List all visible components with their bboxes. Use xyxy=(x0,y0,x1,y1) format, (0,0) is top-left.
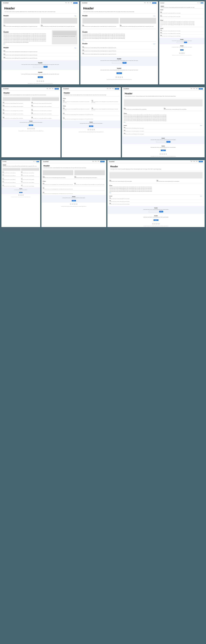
social-in-5[interactable]: in xyxy=(92,129,93,130)
nav-link-20[interactable]: Nav xyxy=(92,161,94,162)
social-in-4[interactable]: in xyxy=(32,128,33,129)
social-yt-6[interactable]: y xyxy=(166,154,167,154)
social-in-6[interactable]: in xyxy=(164,154,165,154)
section-link-2[interactable]: Next → xyxy=(75,48,77,48)
nav-link-24[interactable]: Nav xyxy=(193,161,195,162)
cta-btn-4[interactable]: Button xyxy=(29,124,33,126)
cta-btn-8[interactable]: Button xyxy=(72,200,76,201)
cta-btn-5[interactable]: Button xyxy=(89,126,93,127)
social-tw-9[interactable]: t xyxy=(154,223,155,224)
nav-link-8[interactable]: Nav xyxy=(199,2,200,4)
search-btn-5[interactable]: Search xyxy=(159,211,163,212)
nav-link-19[interactable]: Nav xyxy=(35,161,36,162)
search-btn-1[interactable]: Search xyxy=(44,66,48,68)
nav-link-13[interactable]: Nav xyxy=(110,88,111,90)
nav-link-3[interactable]: Nav xyxy=(71,2,72,4)
footer-cta-btn-2[interactable]: Button xyxy=(116,72,122,74)
article-link-1[interactable]: Next → xyxy=(82,40,156,40)
social-tw-4[interactable]: t xyxy=(30,128,31,129)
social-tw-2[interactable]: t xyxy=(118,76,119,78)
nav-link-5[interactable]: Nav xyxy=(147,2,148,4)
social-fb-8[interactable]: f xyxy=(70,204,71,204)
social-tw-5[interactable]: t xyxy=(90,129,91,130)
search-btn-3[interactable]: Search xyxy=(184,42,187,43)
social-in-2[interactable]: in xyxy=(120,76,121,78)
nav-link-12[interactable]: Nav xyxy=(107,88,108,90)
search-input-4[interactable] xyxy=(156,141,166,143)
social-yt-1[interactable]: y xyxy=(43,80,44,82)
nav-link-21[interactable]: Nav xyxy=(95,161,97,162)
social-in-8[interactable]: in xyxy=(74,204,75,204)
nav-link-14[interactable]: Nav xyxy=(112,88,114,90)
social-yt-3[interactable]: y xyxy=(184,53,184,54)
social-fb-5[interactable]: f xyxy=(88,129,89,130)
nav-btn-8[interactable]: Button xyxy=(100,161,104,162)
search-input-2[interactable] xyxy=(112,62,122,64)
nav-btn-9[interactable]: Button xyxy=(199,161,203,162)
nav-link-22[interactable]: Nav xyxy=(98,161,99,162)
social-yt-7[interactable]: y xyxy=(23,195,24,196)
nav-link-25[interactable]: Nav xyxy=(196,161,197,162)
social-fb-9[interactable]: f xyxy=(152,223,153,224)
social-tw-8[interactable]: t xyxy=(72,204,73,204)
nav-link-23[interactable]: Nav xyxy=(191,161,192,162)
social-tw-6[interactable]: t xyxy=(162,154,163,154)
social-fb-2[interactable]: f xyxy=(116,76,117,78)
nav-link-1[interactable]: Nav xyxy=(65,2,67,4)
search-btn-2[interactable]: Search xyxy=(122,62,126,64)
social-fb-3[interactable]: f xyxy=(179,53,180,54)
social-tw-7[interactable]: t xyxy=(20,195,21,196)
long-art-link-1[interactable]: Next → xyxy=(109,192,202,193)
social-fb-7[interactable]: f xyxy=(18,195,19,196)
nav-link-16[interactable]: Nav xyxy=(193,88,195,90)
footer-cta-btn-4[interactable]: Button xyxy=(161,150,166,151)
section-link-3[interactable]: Next → xyxy=(153,16,156,16)
nav-btn-5[interactable]: Button xyxy=(115,88,119,90)
section-link-1[interactable]: Next → xyxy=(75,16,77,16)
stacked-link-3[interactable]: Next → xyxy=(200,196,202,196)
nav-link-18[interactable]: Nav xyxy=(33,161,34,162)
social-fb-1[interactable]: f xyxy=(37,80,38,82)
social-yt-8[interactable]: y xyxy=(76,204,77,204)
long-article-link-1[interactable]: Next → xyxy=(124,122,202,123)
nav-btn-6[interactable]: Button xyxy=(199,88,203,90)
nav-btn-2[interactable]: Button xyxy=(152,2,156,4)
nav-link-7[interactable]: Nav xyxy=(197,2,198,4)
footer-cta-btn-3[interactable]: Button xyxy=(180,49,184,50)
footer-cta-btn-5[interactable]: Button xyxy=(153,220,158,221)
social-in-1[interactable]: in xyxy=(41,80,42,82)
social-in-3[interactable]: in xyxy=(182,53,183,54)
nav-link-2[interactable]: Nav xyxy=(68,2,70,4)
stacked-link-2[interactable]: Next → xyxy=(200,125,202,126)
nav-link-11[interactable]: Nav xyxy=(52,88,54,90)
nav-link-17[interactable]: Nav xyxy=(196,88,197,90)
nav-link-4[interactable]: Nav xyxy=(144,2,146,4)
search-input-5[interactable] xyxy=(149,211,159,212)
social-fb-6[interactable]: f xyxy=(160,154,161,154)
social-tw-3[interactable]: t xyxy=(181,53,182,54)
nav-btn-4[interactable]: Button xyxy=(55,88,59,90)
social-fb-4[interactable]: f xyxy=(28,128,29,129)
article-link-2[interactable]: Next → xyxy=(160,26,203,26)
search-btn-4[interactable]: Search xyxy=(166,141,170,143)
section-link-4[interactable]: Next → xyxy=(153,44,156,44)
nav-btn-3[interactable]: Button xyxy=(200,2,203,4)
nav-link-6[interactable]: Nav xyxy=(149,2,151,4)
social-yt-9[interactable]: y xyxy=(158,223,159,224)
search-input-3[interactable] xyxy=(177,42,184,43)
social-in-7[interactable]: in xyxy=(21,195,22,196)
nav-btn-1[interactable]: Button xyxy=(73,2,77,4)
cta-btn-7[interactable]: Button xyxy=(19,192,23,193)
aside-link-1[interactable]: Next → xyxy=(4,44,51,44)
nav-link-15[interactable]: Nav xyxy=(191,88,192,90)
social-yt-5[interactable]: y xyxy=(94,129,95,130)
search-input-1[interactable] xyxy=(33,66,43,68)
nav-link-10[interactable]: Nav xyxy=(49,88,51,90)
social-yt-4[interactable]: y xyxy=(34,128,35,129)
footer-cta-btn-1[interactable]: Button xyxy=(38,76,43,78)
nav-link-9[interactable]: Nav xyxy=(47,88,48,90)
social-yt-2[interactable]: y xyxy=(122,76,123,78)
social-in-9[interactable]: in xyxy=(156,223,157,224)
nav-btn-7[interactable]: Button xyxy=(37,161,39,162)
social-tw-1[interactable]: t xyxy=(39,80,40,82)
